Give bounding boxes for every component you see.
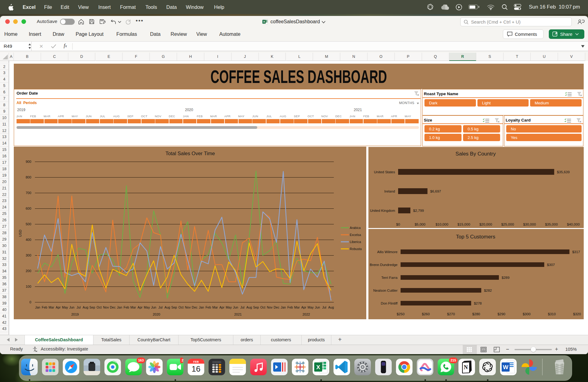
svg-text:$278: $278 <box>474 301 482 305</box>
svg-text:Brenn Dundredge: Brenn Dundredge <box>370 263 398 267</box>
svg-text:$289: $289 <box>502 276 510 279</box>
svg-text:$320: $320 <box>573 312 581 316</box>
svg-text:$317: $317 <box>572 250 580 254</box>
svg-text:FEB: FEB <box>193 360 199 363</box>
svg-text:Mar: Mar <box>294 305 300 309</box>
svg-text:Aug: Aug <box>328 305 334 309</box>
svg-text:800: 800 <box>26 175 31 179</box>
svg-text:N: N <box>464 364 468 370</box>
svg-text:Terri Farra: Terri Farra <box>381 276 398 279</box>
svg-text:May: May <box>226 305 232 309</box>
svg-text:2022: 2022 <box>303 313 310 316</box>
svg-text:2019: 2019 <box>71 313 79 316</box>
svg-text:Apr: Apr <box>138 305 143 309</box>
svg-text:Allis Wilmore: Allis Wilmore <box>377 250 398 254</box>
svg-text:900: 900 <box>26 160 31 163</box>
svg-text:Arabica: Arabica <box>350 226 361 230</box>
svg-text:$307: $307 <box>547 263 555 267</box>
svg-text:$5,000: $5,000 <box>415 223 425 226</box>
svg-text:Jun: Jun <box>151 305 156 309</box>
svg-text:United States: United States <box>374 170 395 174</box>
svg-text:Apr: Apr <box>301 305 307 309</box>
svg-text:Jan: Jan <box>117 305 122 309</box>
svg-text:Jun: Jun <box>315 305 320 309</box>
svg-text:$6,697: $6,697 <box>430 189 441 193</box>
svg-text:$25,000: $25,000 <box>501 223 514 226</box>
svg-text:16: 16 <box>192 364 201 373</box>
svg-text:May: May <box>62 305 68 309</box>
svg-text:Nov: Nov <box>185 305 191 309</box>
svg-text:Top 5 Customers: Top 5 Customers <box>456 234 496 240</box>
svg-text:Sales By Country: Sales By Country <box>455 151 496 157</box>
svg-text:Nov: Nov <box>103 305 109 309</box>
svg-text:USD: USD <box>18 230 22 237</box>
svg-text:$250: $250 <box>397 312 405 316</box>
svg-text:$270: $270 <box>447 312 455 316</box>
svg-text:$300: $300 <box>523 312 531 316</box>
svg-text:Aug: Aug <box>246 305 252 309</box>
svg-text:Ireland: Ireland <box>384 189 395 193</box>
svg-text:Mar: Mar <box>49 305 55 309</box>
svg-text:United Kingdom: United Kingdom <box>370 209 395 212</box>
svg-text:Jan: Jan <box>199 305 204 309</box>
svg-text:$15,000: $15,000 <box>458 223 470 226</box>
svg-text:Oct: Oct <box>260 305 265 309</box>
svg-text:$260: $260 <box>422 312 430 316</box>
svg-text:Oct: Oct <box>96 305 101 309</box>
svg-text:Total Sales Over Time: Total Sales Over Time <box>165 151 215 156</box>
svg-text:May: May <box>144 305 150 309</box>
svg-text:Excelsa: Excelsa <box>350 233 361 237</box>
svg-text:Sep: Sep <box>89 305 95 309</box>
svg-text:Aug: Aug <box>83 305 89 309</box>
svg-text:Jun: Jun <box>69 305 74 309</box>
svg-text:Apr: Apr <box>219 305 224 309</box>
svg-text:Feb: Feb <box>124 305 129 309</box>
svg-text:Dec: Dec <box>273 305 279 309</box>
svg-text:$40,000: $40,000 <box>567 223 580 226</box>
svg-text:$35,000: $35,000 <box>545 223 558 226</box>
svg-text:$310: $310 <box>548 312 556 316</box>
svg-text:Jun: Jun <box>233 305 238 309</box>
svg-text:Jan: Jan <box>35 305 40 309</box>
svg-text:0: 0 <box>29 300 31 304</box>
svg-text:100: 100 <box>26 285 31 288</box>
svg-text:Sep: Sep <box>171 305 177 309</box>
svg-text:Mar: Mar <box>130 305 136 309</box>
svg-text:Jul: Jul <box>240 305 244 309</box>
svg-text:$35,639: $35,639 <box>557 170 570 174</box>
svg-text:X: X <box>263 20 265 23</box>
svg-text:Nealson Cuttler: Nealson Cuttler <box>373 289 398 292</box>
svg-text:300: 300 <box>26 253 31 257</box>
svg-text:$20,000: $20,000 <box>479 223 492 226</box>
svg-text:Aug: Aug <box>164 305 170 309</box>
svg-text:$290: $290 <box>497 312 505 316</box>
svg-text:Feb: Feb <box>205 305 211 309</box>
svg-text:2021: 2021 <box>234 313 242 316</box>
svg-text:Dec: Dec <box>192 305 198 309</box>
svg-text:$0: $0 <box>396 223 400 226</box>
svg-text:Mar: Mar <box>212 305 218 309</box>
svg-text:600: 600 <box>26 207 31 210</box>
svg-text:Oct: Oct <box>179 305 183 309</box>
svg-text:W: W <box>503 364 508 370</box>
svg-text:Apr: Apr <box>56 305 61 309</box>
svg-text:$10,000: $10,000 <box>435 223 448 226</box>
svg-text:Feb: Feb <box>42 305 47 309</box>
svg-text:Jul: Jul <box>77 305 81 309</box>
svg-text:$280: $280 <box>472 312 480 316</box>
svg-text:X: X <box>316 364 320 370</box>
svg-text:Sep: Sep <box>253 305 259 309</box>
svg-text:$30,000: $30,000 <box>523 223 536 226</box>
svg-text:2020: 2020 <box>153 313 160 316</box>
svg-text:Nov: Nov <box>267 305 273 309</box>
svg-text:200: 200 <box>26 269 31 273</box>
svg-text:Feb: Feb <box>287 305 293 309</box>
svg-text:Dec: Dec <box>110 305 116 309</box>
svg-text:400: 400 <box>26 238 31 242</box>
svg-text:Don Flintiff: Don Flintiff <box>381 301 398 305</box>
svg-text:Liberica: Liberica <box>350 240 361 244</box>
svg-text:500: 500 <box>26 222 31 226</box>
svg-text:$282: $282 <box>484 289 492 292</box>
svg-text:Jan: Jan <box>281 305 286 309</box>
svg-text:May: May <box>307 305 314 309</box>
